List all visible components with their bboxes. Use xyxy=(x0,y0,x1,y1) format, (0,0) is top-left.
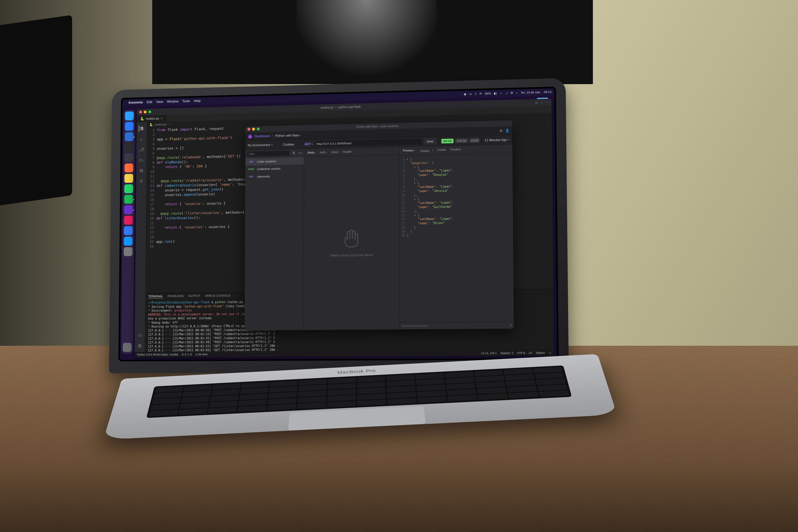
status-sync-icon[interactable]: ⟳ xyxy=(479,92,482,96)
tab-header[interactable]: Header xyxy=(341,149,353,155)
status-feedback-icon[interactable]: ☺ xyxy=(549,351,552,355)
response-json[interactable]: 1▾ {2"usuarios": [3▾ {4"lastName": "Lope… xyxy=(399,153,514,322)
screen-bezel: Insomnia Edit View Window Tools Help ◉ ▭… xyxy=(118,87,559,361)
status-diagnostics[interactable]: ⊘ 0 ⚠ 0 xyxy=(182,353,192,356)
dock-postman[interactable] xyxy=(125,164,133,172)
request-olamundo[interactable]: GET olamundo xyxy=(245,172,304,181)
tab-auth[interactable]: Auth xyxy=(318,150,329,155)
dock-spotify[interactable] xyxy=(124,195,133,204)
status-record-icon[interactable]: ◉ xyxy=(464,92,466,96)
tab-debug-console[interactable]: DEBUG CONSOLE xyxy=(205,293,231,298)
tab-resp-header[interactable]: Header 4 xyxy=(417,148,435,154)
status-interpreter[interactable]: Python 3.8.5 64-bit ('base': conda) xyxy=(137,353,178,356)
history-dropdown[interactable]: 11 Minutes Ago xyxy=(482,136,512,144)
dock-safari[interactable] xyxy=(125,122,134,131)
status-date[interactable]: Ter. 23 de mar. xyxy=(520,90,541,95)
tab-query[interactable]: Query xyxy=(329,149,340,155)
dock-slack[interactable] xyxy=(124,216,133,225)
status-battery-icon[interactable]: ▮▯ xyxy=(494,91,497,95)
menu-view[interactable]: View xyxy=(156,99,163,104)
dock-finder[interactable] xyxy=(125,111,134,120)
gear-icon[interactable]: ⚙ xyxy=(137,343,142,349)
copy-icon[interactable]: ⧉ xyxy=(510,323,512,327)
dock-insomnia[interactable] xyxy=(124,205,133,214)
status-user-icon[interactable]: ⍲ xyxy=(516,91,518,95)
status-language[interactable]: Python xyxy=(536,351,545,355)
menu-window[interactable]: Window xyxy=(167,99,178,104)
status-battery[interactable]: 84% xyxy=(485,92,491,96)
status-control-center-icon[interactable]: ⚙ xyxy=(511,91,513,95)
tab-cookie[interactable]: Cookie xyxy=(436,147,448,153)
dock-vscode[interactable] xyxy=(125,132,134,141)
http-method-dropdown[interactable]: GET xyxy=(304,142,313,146)
environment-dropdown[interactable]: No Environment xyxy=(245,141,281,149)
status-time-tracker[interactable]: ⧖ 26 mins xyxy=(195,353,208,356)
add-request-icon[interactable]: ＋ xyxy=(298,151,302,155)
dock-notes[interactable] xyxy=(125,174,133,183)
sort-icon[interactable]: ⇅ xyxy=(291,151,296,155)
dock-system-prefs[interactable] xyxy=(124,247,133,256)
dock-files[interactable] xyxy=(125,153,133,162)
menu-edit[interactable]: Edit xyxy=(147,100,152,104)
insomnia-logo-icon[interactable] xyxy=(248,134,252,138)
status-time[interactable]: 09:14 xyxy=(544,90,552,94)
debug-icon[interactable]: ▷ xyxy=(138,157,144,163)
run-icon[interactable]: ▷ xyxy=(536,100,538,105)
status-eol[interactable]: LF xyxy=(529,351,532,355)
status-display-icon[interactable]: ▭ xyxy=(469,92,472,96)
source-control-icon[interactable]: ⎇ xyxy=(139,147,145,153)
request-name: olamundo xyxy=(257,174,270,179)
vscode-title-text: routes.py — python-api-flask xyxy=(321,104,361,110)
close-icon[interactable] xyxy=(139,111,142,114)
more-icon[interactable]: ⋯ xyxy=(546,100,549,104)
settings-gear-icon[interactable]: ⚙ xyxy=(499,129,502,133)
status-encoding[interactable]: UTF-8 xyxy=(517,351,525,355)
search-icon[interactable]: ⌕ xyxy=(139,136,145,142)
vscode-tab-routes[interactable]: 🐍 routes.py × xyxy=(137,115,166,122)
status-chip: 200 OK xyxy=(441,139,454,144)
menu-help[interactable]: Help xyxy=(194,99,201,103)
response-footer: $.store.books[*].author ⧉ xyxy=(400,322,514,329)
status-bluetooth-icon[interactable]: ᛒ xyxy=(475,92,477,96)
status-indent[interactable]: Spaces: 2 xyxy=(500,351,513,355)
remote-icon[interactable]: ⎚ xyxy=(138,178,144,184)
dock-app-store[interactable] xyxy=(124,236,133,246)
status-search-icon[interactable]: ⌕ xyxy=(506,91,508,95)
breadcrumb-workspace[interactable]: Python with flask xyxy=(275,133,301,138)
split-editor-icon[interactable]: ⫞ xyxy=(541,100,543,105)
dock-whatsapp[interactable] xyxy=(124,184,133,193)
request-listar-usu-rios[interactable]: GET Listar usuários xyxy=(245,157,304,166)
tab-body[interactable]: Body xyxy=(306,150,317,155)
zoom-icon[interactable] xyxy=(257,128,260,131)
tab-preview[interactable]: Preview xyxy=(401,148,416,154)
explorer-icon[interactable]: 🗎 xyxy=(139,126,145,132)
tab-timeline[interactable]: Timeline xyxy=(449,147,462,153)
zoom-icon[interactable] xyxy=(148,110,151,113)
request-cadastrar-usu-rio[interactable]: POST Cadastrar usuário xyxy=(245,165,304,173)
breadcrumb-dashboard[interactable]: Dashboard xyxy=(254,134,270,138)
send-button[interactable]: Send xyxy=(424,138,436,145)
tab-terminal[interactable]: TERMINAL xyxy=(148,294,163,299)
tab-close-icon[interactable]: × xyxy=(160,116,163,120)
status-wifi-icon[interactable]: ᯤ xyxy=(500,91,503,95)
minimize-icon[interactable] xyxy=(144,111,147,114)
laptop: Insomnia Edit View Window Tools Help ◉ ▭… xyxy=(104,80,601,461)
sidebar-filter-row: ⇅ ＋ xyxy=(245,149,304,158)
url-input[interactable] xyxy=(315,139,422,147)
account-icon[interactable]: ☺ xyxy=(137,332,143,339)
account-icon[interactable]: 👤 xyxy=(505,128,509,133)
dock-trash-icon[interactable] xyxy=(123,343,132,352)
jsonpath-hint[interactable]: $.store.books[*].author xyxy=(402,324,428,328)
extensions-icon[interactable]: ⧉ xyxy=(138,167,144,174)
tab-output[interactable]: OUTPUT xyxy=(189,294,201,298)
menu-tools[interactable]: Tools xyxy=(182,99,190,103)
close-icon[interactable] xyxy=(247,128,250,131)
status-cursor[interactable]: Ln 11, Col 1 xyxy=(481,351,497,355)
filter-input[interactable] xyxy=(247,150,290,157)
tab-problems[interactable]: PROBLEMS xyxy=(168,294,184,299)
cookies-button[interactable]: Cookies xyxy=(281,140,302,148)
dock-terminal[interactable] xyxy=(125,142,133,152)
minimize-icon[interactable] xyxy=(252,128,255,131)
menubar-app-name[interactable]: Insomnia xyxy=(129,100,143,105)
dock-mail[interactable] xyxy=(124,226,133,235)
